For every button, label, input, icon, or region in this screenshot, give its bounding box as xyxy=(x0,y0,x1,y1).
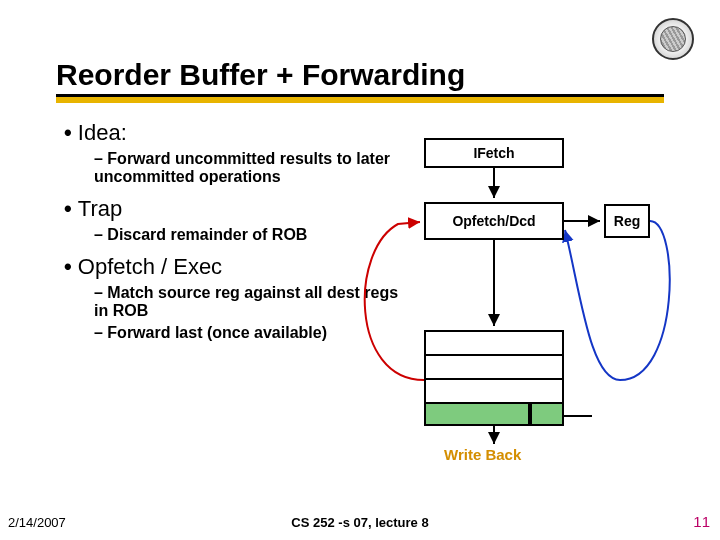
bullet-trap: Trap xyxy=(64,196,404,222)
university-seal-icon xyxy=(652,18,694,60)
slide: Reorder Buffer + Forwarding Idea: Forwar… xyxy=(0,0,720,540)
rob-row-3-left xyxy=(424,402,530,426)
rob-row-0 xyxy=(424,330,564,354)
reg-label: Reg xyxy=(614,213,640,229)
bullet-idea: Idea: xyxy=(64,120,404,146)
ifetch-label: IFetch xyxy=(473,145,514,161)
footer-course: CS 252 -s 07, lecture 8 xyxy=(291,515,428,530)
footer-page-number: 11 xyxy=(693,513,710,530)
sub-idea-1: Forward uncommitted results to later unc… xyxy=(94,150,404,186)
opfetch-label: Opfetch/Dcd xyxy=(452,213,535,229)
reg-box: Reg xyxy=(604,204,650,238)
rob-row-1 xyxy=(424,354,564,378)
ifetch-box: IFetch xyxy=(424,138,564,168)
sub-trap-1: Discard remainder of ROB xyxy=(94,226,404,244)
footer-date: 2/14/2007 xyxy=(8,515,66,530)
footer: 2/14/2007 CS 252 -s 07, lecture 8 11 xyxy=(0,508,720,530)
slide-title: Reorder Buffer + Forwarding xyxy=(56,58,664,92)
opfetch-box: Opfetch/Dcd xyxy=(424,202,564,240)
rob-table xyxy=(424,330,564,426)
body-text: Idea: Forward uncommitted results to lat… xyxy=(64,110,404,342)
title-accent xyxy=(56,97,664,103)
rob-row-3-right xyxy=(530,402,564,426)
title-block: Reorder Buffer + Forwarding xyxy=(56,58,664,103)
pipeline-diagram: IFetch Opfetch/Dcd Reg Write Back xyxy=(360,120,700,470)
bullet-opfetch: Opfetch / Exec xyxy=(64,254,404,280)
sub-opfetch-1: Match source reg against all dest regs i… xyxy=(94,284,404,320)
sub-opfetch-2: Forward last (once available) xyxy=(94,324,404,342)
writeback-label: Write Back xyxy=(444,446,521,463)
rob-row-2 xyxy=(424,378,564,402)
